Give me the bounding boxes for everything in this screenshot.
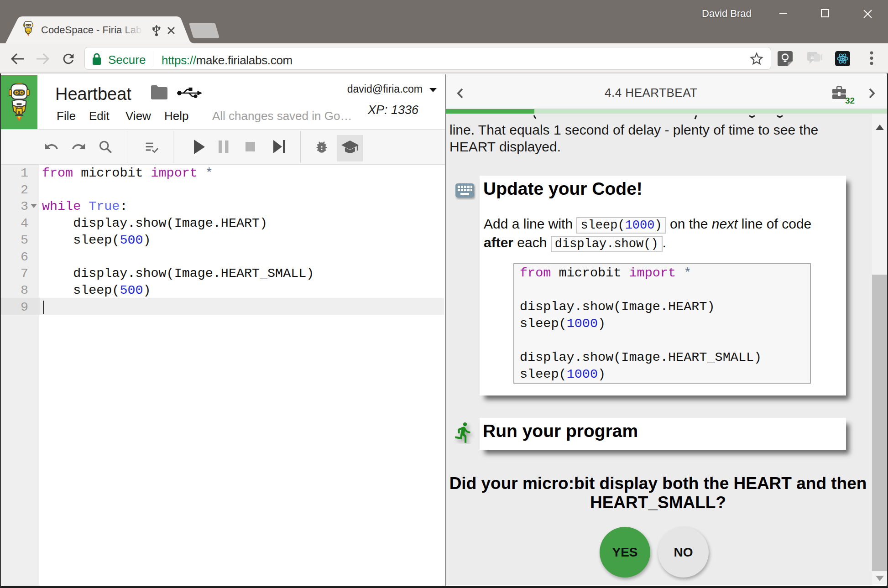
svg-text:a: a (810, 53, 814, 60)
